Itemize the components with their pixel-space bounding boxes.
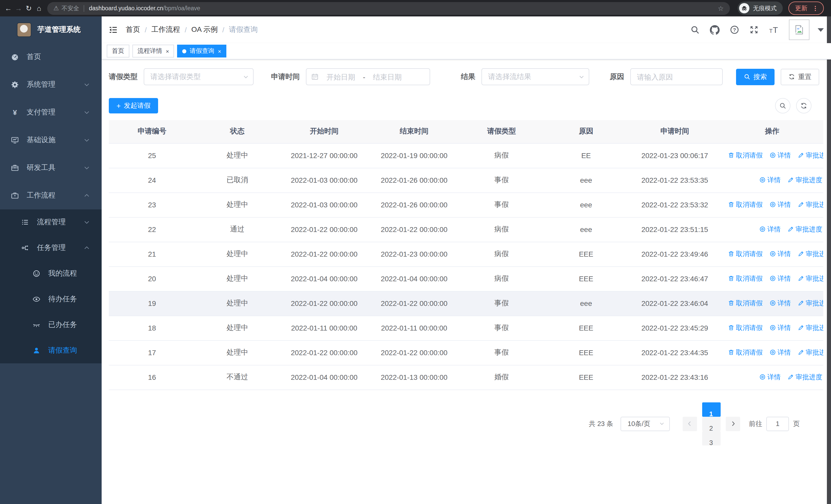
action-detail[interactable]: 详情 (759, 176, 781, 185)
action-cancel[interactable]: 取消请假 (727, 323, 763, 333)
page-scrollbar[interactable] (827, 17, 831, 504)
action-detail[interactable]: 详情 (769, 299, 791, 308)
tab-close-icon[interactable]: × (218, 48, 221, 54)
page-button-2[interactable]: 2 (702, 416, 721, 431)
action-progress[interactable]: 审批进度 (797, 249, 823, 259)
sidebar-item-leave-query[interactable]: 请假查询 (0, 338, 102, 363)
sidebar-item-infrastructure[interactable]: 基础设施 (0, 126, 102, 154)
browser-back-icon[interactable]: ← (3, 2, 13, 14)
action-progress[interactable]: 审批进度 (787, 176, 822, 185)
sidebar-item-payment[interactable]: ¥支付管理 (0, 98, 102, 126)
action-progress[interactable]: 审批进度 (797, 299, 823, 308)
page-button-1[interactable]: 1 (702, 402, 721, 416)
action-progress[interactable]: 审批进度 (797, 323, 823, 333)
create-leave-button[interactable]: + 发起请假 (109, 98, 158, 113)
bookmark-star-icon[interactable]: ☆ (718, 4, 724, 12)
sidebar-item-system[interactable]: 系统管理 (0, 71, 102, 98)
fullscreen-icon[interactable] (749, 25, 758, 34)
action-label: 审批进度 (806, 299, 823, 308)
action-detail[interactable]: 详情 (769, 323, 791, 333)
browser-reload-icon[interactable]: ↻ (24, 2, 34, 14)
sidebar-collapse-icon[interactable] (109, 25, 118, 34)
user-avatar[interactable] (789, 20, 809, 40)
table-row[interactable]: 17处理中2022-01-22 00:00:002022-01-22 00:00… (109, 340, 823, 365)
breadcrumb-item[interactable]: 工作流程 (151, 25, 180, 34)
end-date-input[interactable] (367, 72, 407, 81)
sidebar-item-label: 请假查询 (48, 346, 77, 355)
breadcrumb-item[interactable]: OA 示例 (192, 25, 218, 34)
browser-home-icon[interactable]: ⌂ (34, 2, 44, 14)
goto-page-input[interactable] (766, 416, 789, 431)
action-progress[interactable]: 审批进度 (797, 274, 823, 283)
search-icon[interactable] (690, 25, 699, 34)
github-icon[interactable] (710, 25, 720, 35)
cell-id: 24 (109, 168, 195, 192)
table-row[interactable]: 19处理中2022-01-22 00:00:002022-01-22 00:00… (109, 291, 823, 316)
leave-type-select[interactable]: 请选择请假类型 (144, 68, 254, 85)
sidebar-item-devtools[interactable]: 研发工具 (0, 154, 102, 182)
action-detail[interactable]: 详情 (769, 151, 791, 160)
table-row[interactable]: 23处理中2022-01-03 00:00:002022-01-26 00:00… (109, 192, 823, 217)
result-select[interactable]: 请选择流结果 (482, 68, 589, 85)
sidebar-item-process-mgmt[interactable]: 流程管理 (0, 209, 102, 235)
sidebar-logo[interactable]: 芋道管理系统 (0, 17, 102, 43)
browser-forward-icon[interactable]: → (13, 2, 24, 14)
action-progress[interactable]: 审批进度 (797, 348, 823, 357)
table-row[interactable]: 25处理中2021-12-27 00:00:002022-01-19 00:00… (109, 143, 823, 168)
avatar-dropdown-icon[interactable] (818, 28, 824, 32)
reason-input[interactable] (630, 68, 723, 85)
cell-type: 事假 (459, 316, 544, 340)
table-row[interactable]: 20处理中2022-01-04 00:00:002022-01-04 00:00… (109, 266, 823, 291)
tab-process-detail[interactable]: 流程详情× (133, 45, 174, 58)
sidebar-item-todo-tasks[interactable]: 待办任务 (0, 287, 102, 312)
table-row[interactable]: 22通过2022-01-22 00:00:002022-01-22 00:00:… (109, 217, 823, 242)
table-row[interactable]: 24已取消2022-01-03 00:00:002022-01-26 00:00… (109, 168, 823, 192)
cell-type: 婚假 (459, 365, 544, 390)
toggle-search-button[interactable] (775, 98, 791, 113)
cell-end: 2022-01-19 00:00:00 (369, 143, 459, 168)
page-size-select[interactable]: 10条/页 (621, 416, 670, 431)
sidebar-item-workflow[interactable]: 工作流程 (0, 182, 102, 209)
action-progress[interactable]: 审批进度 (787, 225, 822, 234)
next-page-button[interactable] (726, 416, 740, 431)
action-detail[interactable]: 详情 (769, 249, 791, 259)
refresh-table-button[interactable] (796, 98, 811, 113)
sidebar-item-task-mgmt[interactable]: 任务管理 (0, 235, 102, 261)
action-progress[interactable]: 审批进度 (787, 373, 822, 382)
action-cancel[interactable]: 取消请假 (727, 151, 763, 160)
browser-update-button[interactable]: 更新 (789, 2, 824, 15)
action-cancel[interactable]: 取消请假 (727, 348, 763, 357)
tab-close-icon[interactable]: × (166, 48, 169, 54)
table-row[interactable]: 16不通过2022-01-04 00:00:002022-01-13 00:00… (109, 365, 823, 390)
apply-time-range-picker[interactable]: - (306, 68, 430, 85)
table-row[interactable]: 18处理中2022-01-11 00:00:002022-01-11 00:00… (109, 316, 823, 340)
page-button-3[interactable]: 3 (702, 431, 721, 445)
table-row[interactable]: 21处理中2022-01-22 00:00:002022-01-23 00:00… (109, 242, 823, 266)
action-cancel[interactable]: 取消请假 (727, 249, 763, 259)
sidebar-item-home[interactable]: 首页 (0, 43, 102, 71)
prev-page-button[interactable] (683, 416, 697, 431)
action-detail[interactable]: 详情 (769, 348, 791, 357)
reset-button[interactable]: 重置 (781, 68, 819, 85)
help-icon[interactable]: ? (730, 25, 739, 34)
action-progress[interactable]: 审批进度 (797, 151, 823, 160)
action-detail[interactable]: 详情 (759, 225, 781, 234)
breadcrumb-item[interactable]: 首页 (126, 25, 140, 34)
action-detail[interactable]: 详情 (769, 274, 791, 283)
action-cancel[interactable]: 取消请假 (727, 299, 763, 308)
action-cancel[interactable]: 取消请假 (727, 274, 763, 283)
address-bar[interactable]: ⚠ 不安全 dashboard.yudao.iocoder.cn/bpm/oa/… (47, 2, 730, 14)
font-size-icon[interactable]: TT (769, 25, 779, 35)
sidebar-item-label: 任务管理 (37, 243, 66, 253)
action-detail[interactable]: 详情 (759, 373, 781, 382)
search-button[interactable]: 搜索 (736, 68, 775, 85)
chevron-down-icon (83, 164, 90, 171)
action-progress[interactable]: 审批进度 (797, 200, 823, 209)
action-cancel[interactable]: 取消请假 (727, 200, 763, 209)
sidebar-item-done-tasks[interactable]: 已办任务 (0, 312, 102, 338)
sidebar-item-my-process[interactable]: 我的流程 (0, 261, 102, 287)
tab-home[interactable]: 首页 (107, 45, 130, 58)
tab-leave-query[interactable]: 请假查询× (177, 45, 226, 58)
action-detail[interactable]: 详情 (769, 200, 791, 209)
start-date-input[interactable] (321, 72, 361, 81)
